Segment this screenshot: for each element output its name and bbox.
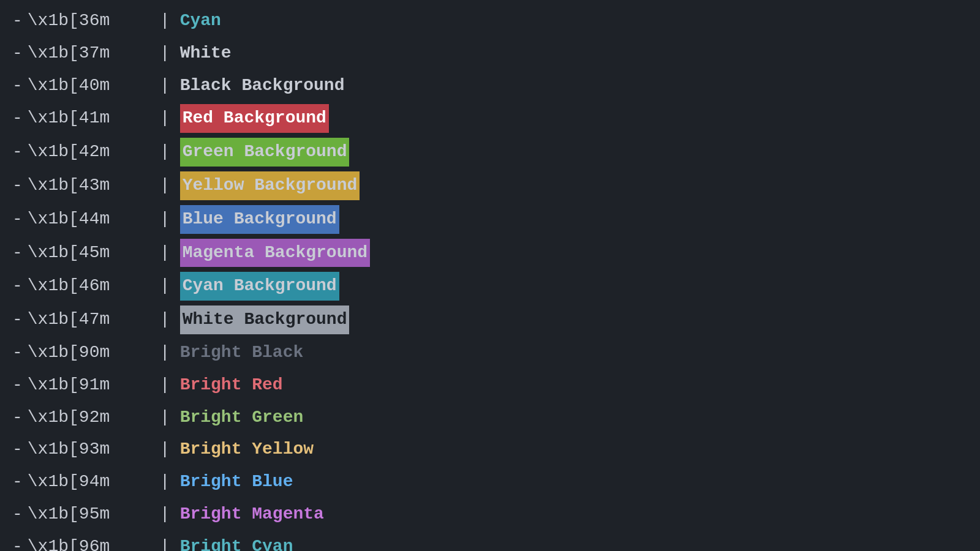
ansi-code: \x1b[92m: [28, 404, 150, 432]
pipe-separator: |: [160, 105, 170, 132]
terminal-line: -\x1b[96m|Bright Cyan: [0, 531, 980, 551]
pipe-separator: |: [160, 306, 170, 334]
ansi-value: Blue Background: [180, 205, 339, 234]
ansi-code: \x1b[40m: [28, 72, 150, 100]
line-dash: -: [12, 272, 23, 300]
ansi-code: \x1b[37m: [28, 40, 150, 67]
terminal-line: -\x1b[91m|Bright Red: [0, 369, 980, 402]
line-dash: -: [12, 533, 23, 551]
ansi-code: \x1b[45m: [28, 239, 150, 267]
line-dash: -: [12, 72, 23, 100]
ansi-value: Green Background: [180, 138, 350, 167]
pipe-separator: |: [160, 339, 170, 367]
ansi-value: Bright Blue: [180, 468, 293, 496]
ansi-value: White: [180, 40, 232, 67]
line-dash: -: [12, 436, 23, 463]
pipe-separator: |: [160, 533, 170, 551]
pipe-separator: |: [160, 40, 170, 67]
ansi-value: Black Background: [180, 72, 345, 100]
terminal-line: -\x1b[36m|Cyan: [0, 5, 980, 37]
terminal-line: -\x1b[93m|Bright Yellow: [0, 433, 980, 466]
pipe-separator: |: [160, 272, 170, 300]
pipe-separator: |: [160, 72, 170, 100]
pipe-separator: |: [160, 404, 170, 432]
ansi-value: Bright Magenta: [180, 501, 324, 528]
ansi-value: Magenta Background: [180, 239, 370, 268]
pipe-separator: |: [160, 206, 170, 233]
line-dash: -: [12, 468, 23, 496]
pipe-separator: |: [160, 501, 170, 528]
line-dash: -: [12, 138, 23, 166]
ansi-value: Cyan: [180, 7, 221, 35]
ansi-code: \x1b[90m: [28, 339, 150, 367]
pipe-separator: |: [160, 436, 170, 463]
terminal-line: -\x1b[41m|Red Background: [0, 102, 980, 135]
terminal-line: -\x1b[92m|Bright Green: [0, 402, 980, 434]
line-dash: -: [12, 239, 23, 267]
ansi-code: \x1b[44m: [28, 206, 150, 233]
terminal-line: -\x1b[40m|Black Background: [0, 70, 980, 102]
ansi-code: \x1b[42m: [28, 138, 150, 166]
terminal-line: -\x1b[94m|Bright Blue: [0, 466, 980, 498]
terminal-output: -\x1b[36m|Cyan-\x1b[37m|White-\x1b[40m|B…: [0, 5, 980, 551]
ansi-code: \x1b[96m: [28, 533, 150, 551]
pipe-separator: |: [160, 468, 170, 496]
pipe-separator: |: [160, 7, 170, 35]
terminal-line: -\x1b[47m|White Background: [0, 303, 980, 337]
pipe-separator: |: [160, 372, 170, 399]
pipe-separator: |: [160, 138, 170, 166]
terminal-line: -\x1b[90m|Bright Black: [0, 337, 980, 369]
line-dash: -: [12, 206, 23, 233]
ansi-value: Bright Green: [180, 404, 304, 432]
ansi-code: \x1b[95m: [28, 501, 150, 528]
ansi-value: White Background: [180, 305, 350, 334]
ansi-code: \x1b[36m: [28, 7, 150, 35]
ansi-code: \x1b[43m: [28, 172, 150, 200]
line-dash: -: [12, 306, 23, 334]
terminal-line: -\x1b[43m|Yellow Background: [0, 169, 980, 203]
ansi-code: \x1b[41m: [28, 105, 150, 132]
ansi-value: Red Background: [180, 104, 329, 133]
line-dash: -: [12, 372, 23, 399]
line-dash: -: [12, 404, 23, 432]
line-dash: -: [12, 501, 23, 528]
line-dash: -: [12, 40, 23, 67]
ansi-value: Bright Cyan: [180, 533, 293, 551]
terminal-line: -\x1b[42m|Green Background: [0, 135, 980, 169]
pipe-separator: |: [160, 172, 170, 200]
ansi-value: Bright Yellow: [180, 436, 314, 463]
terminal-line: -\x1b[45m|Magenta Background: [0, 236, 980, 270]
pipe-separator: |: [160, 239, 170, 267]
ansi-code: \x1b[93m: [28, 436, 150, 463]
line-dash: -: [12, 105, 23, 132]
line-dash: -: [12, 339, 23, 367]
ansi-code: \x1b[91m: [28, 372, 150, 399]
terminal-line: -\x1b[95m|Bright Magenta: [0, 498, 980, 531]
terminal-line: -\x1b[37m|White: [0, 37, 980, 70]
terminal-line: -\x1b[44m|Blue Background: [0, 203, 980, 236]
terminal-line: -\x1b[46m|Cyan Background: [0, 269, 980, 303]
ansi-value: Cyan Background: [180, 272, 339, 301]
ansi-value: Bright Red: [180, 372, 283, 399]
ansi-code: \x1b[94m: [28, 468, 150, 496]
line-dash: -: [12, 7, 23, 35]
ansi-code: \x1b[46m: [28, 272, 150, 300]
ansi-value: Yellow Background: [180, 171, 360, 200]
ansi-code: \x1b[47m: [28, 306, 150, 334]
ansi-value: Bright Black: [180, 339, 304, 367]
line-dash: -: [12, 172, 23, 200]
